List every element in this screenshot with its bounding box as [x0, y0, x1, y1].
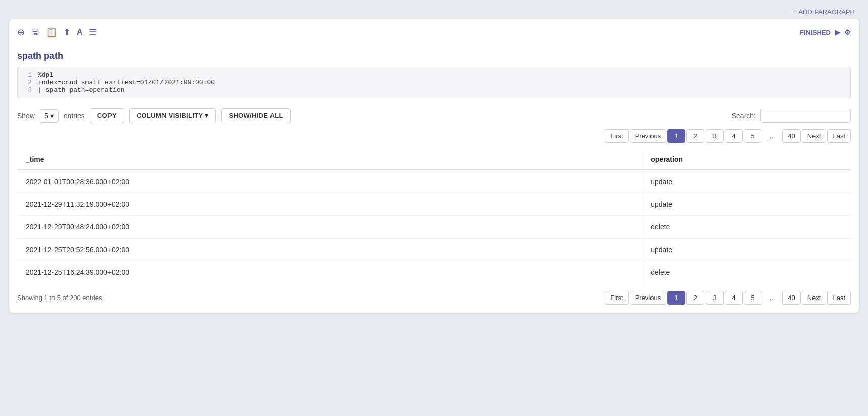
line-num-3: 3 — [24, 86, 32, 94]
table-row: 2021-12-25T16:24:39.000+02:00 delete — [18, 261, 851, 284]
column-header-operation: operation — [642, 149, 851, 170]
page-4-button-top[interactable]: 4 — [725, 129, 743, 143]
save-icon[interactable]: 🖫 — [31, 27, 40, 38]
copy-icon[interactable]: 📋 — [46, 27, 57, 38]
cell-operation-0: update — [642, 170, 851, 193]
previous-button-bottom[interactable]: Previous — [630, 291, 667, 305]
code-line-3: 3 | spath path=operation — [24, 86, 844, 94]
line-content-2: index=crud_small earliest=01/01/2021:00:… — [38, 79, 215, 86]
cell-time-4: 2021-12-25T16:24:39.000+02:00 — [18, 261, 642, 284]
entries-select[interactable]: 5 ▾ — [40, 109, 59, 123]
gear-icon[interactable]: ⚙ — [844, 28, 851, 36]
next-button-bottom[interactable]: Next — [802, 291, 827, 305]
pagination-top: First Previous 1 2 3 4 5 ... 40 Next Las… — [17, 129, 851, 143]
line-content-1: %dpl — [38, 71, 53, 79]
column-visibility-label: COLUMN VISIBILITY — [137, 112, 203, 120]
line-content-3: | spath path=operation — [38, 86, 125, 94]
status-label: FINISHED — [800, 29, 831, 36]
column-visibility-button[interactable]: COLUMN VISIBILITY ▾ — [129, 108, 216, 123]
cell-operation-1: update — [642, 193, 851, 216]
page-3-button-bottom[interactable]: 3 — [706, 291, 724, 305]
cell-time-3: 2021-12-25T20:52:56.000+02:00 — [18, 239, 642, 261]
toolbar: ⊕ 🖫 📋 ⬆ A ☰ FINISHED ▶ ⚙ — [17, 27, 851, 43]
page-5-button-top[interactable]: 5 — [744, 129, 762, 143]
search-label: Search: — [732, 112, 756, 120]
page-4-button-bottom[interactable]: 4 — [725, 291, 743, 305]
pagination-bottom: First Previous 1 2 3 4 5 ... 40 Next Las… — [605, 291, 851, 305]
entries-value: 5 — [44, 112, 48, 120]
table-row: 2022-01-01T00:28:36.000+02:00 update — [18, 170, 851, 193]
cell-time-1: 2021-12-29T11:32:19.000+02:00 — [18, 193, 642, 216]
move-icon[interactable]: ⊕ — [17, 27, 25, 38]
add-paragraph-button[interactable]: + ADD PARAGRAPH — [793, 8, 855, 16]
code-line-1: 1 %dpl — [24, 71, 844, 79]
column-header-time: _time — [18, 149, 642, 170]
next-button-top[interactable]: Next — [802, 129, 827, 143]
page-5-button-bottom[interactable]: 5 — [744, 291, 762, 305]
page-2-button-bottom[interactable]: 2 — [686, 291, 704, 305]
search-input[interactable] — [760, 109, 851, 123]
last-button-top[interactable]: Last — [827, 129, 851, 143]
chevron-down-icon: ▾ — [50, 112, 54, 120]
data-table: _time operation 2022-01-01T00:28:36.000+… — [17, 149, 851, 284]
show-hide-all-button[interactable]: SHOW/HIDE ALL — [221, 108, 290, 123]
add-paragraph-bar[interactable]: + ADD PARAGRAPH — [5, 5, 863, 19]
ellipsis-bottom: ... — [763, 291, 781, 305]
table-row: 2021-12-25T20:52:56.000+02:00 update — [18, 239, 851, 261]
first-button-top[interactable]: First — [605, 129, 628, 143]
page-40-button-top[interactable]: 40 — [782, 129, 800, 143]
ellipsis-top: ... — [763, 129, 781, 143]
page-1-button-bottom[interactable]: 1 — [667, 291, 685, 305]
upload-icon[interactable]: ⬆ — [63, 27, 71, 38]
toolbar-right: FINISHED ▶ ⚙ — [800, 28, 851, 36]
line-num-1: 1 — [24, 71, 32, 79]
copy-button[interactable]: COPY — [90, 108, 124, 123]
cell-operation-3: update — [642, 239, 851, 261]
first-button-bottom[interactable]: First — [605, 291, 628, 305]
text-icon[interactable]: A — [77, 28, 83, 37]
cell-time-2: 2021-12-29T00:48:24.000+02:00 — [18, 216, 642, 239]
show-label: Show — [17, 112, 35, 120]
cell-time-0: 2022-01-01T00:28:36.000+02:00 — [18, 170, 642, 193]
table-row: 2021-12-29T00:48:24.000+02:00 delete — [18, 216, 851, 239]
line-num-2: 2 — [24, 79, 32, 86]
table-row: 2021-12-29T11:32:19.000+02:00 update — [18, 193, 851, 216]
code-line-2: 2 index=crud_small earliest=01/01/2021:0… — [24, 79, 844, 86]
code-block: 1 %dpl 2 index=crud_small earliest=01/01… — [17, 67, 851, 98]
page-40-button-bottom[interactable]: 40 — [782, 291, 800, 305]
list-icon[interactable]: ☰ — [89, 27, 97, 38]
entries-label: entries — [64, 112, 85, 120]
page-3-button-top[interactable]: 3 — [706, 129, 724, 143]
column-visibility-chevron: ▾ — [205, 112, 208, 120]
table-header-row: _time operation — [18, 149, 851, 170]
play-icon[interactable]: ▶ — [835, 28, 840, 36]
section-title: spath path — [17, 51, 851, 62]
cell-operation-2: delete — [642, 216, 851, 239]
controls-row: Show 5 ▾ entries COPY COLUMN VISIBILITY … — [17, 108, 851, 123]
page-2-button-top[interactable]: 2 — [686, 129, 704, 143]
search-row: Search: — [732, 109, 851, 123]
main-card: ⊕ 🖫 📋 ⬆ A ☰ FINISHED ▶ ⚙ spath path 1 %d… — [9, 19, 859, 313]
bottom-row: Showing 1 to 5 of 200 entries First Prev… — [17, 291, 851, 305]
previous-button-top[interactable]: Previous — [630, 129, 667, 143]
last-button-bottom[interactable]: Last — [827, 291, 851, 305]
showing-text: Showing 1 to 5 of 200 entries — [17, 294, 102, 302]
page-1-button-top[interactable]: 1 — [667, 129, 685, 143]
cell-operation-4: delete — [642, 261, 851, 284]
